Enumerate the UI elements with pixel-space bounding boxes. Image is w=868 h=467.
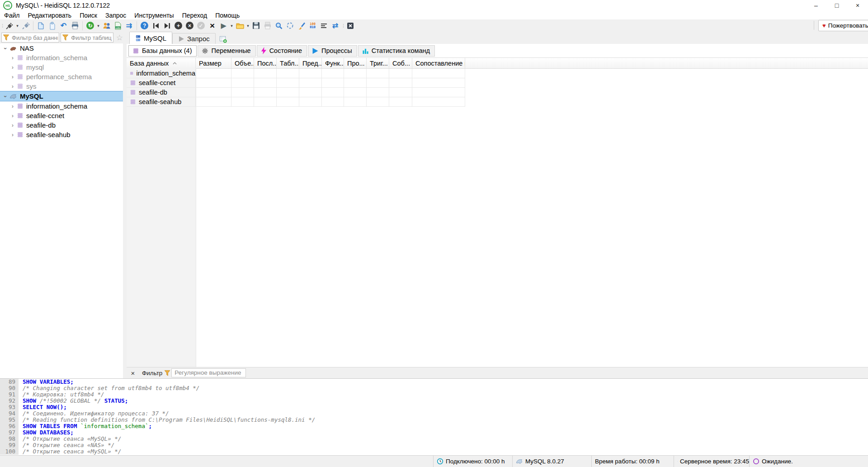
session-manager-dropdown[interactable]: ▾ [15,20,20,31]
column-header-events[interactable]: Соб... [389,58,412,68]
column-header-collation[interactable]: Сопоставление п... [412,58,465,68]
column-header-procedures[interactable]: Про... [344,58,367,68]
load-sql-file-button[interactable] [234,20,245,31]
column-header-functions[interactable]: Функ... [322,58,344,68]
column-header-last-update[interactable]: Посл... [254,58,277,68]
grid-row-seafile-ccnet[interactable]: seafile-ccnet [127,78,868,88]
chevron-right-icon[interactable]: › [9,103,16,110]
donate-label: Пожертвовать [828,22,868,29]
favorites-star-icon[interactable]: ☆ [116,33,123,43]
user-manager-button[interactable] [101,20,112,31]
menu-goto[interactable]: Переход [178,11,212,19]
chevron-right-icon[interactable]: › [9,73,16,80]
load-sql-file-dropdown[interactable]: ▾ [245,20,250,31]
cancel-editing-button[interactable]: × [207,20,218,31]
refresh-button[interactable]: ↻ [85,20,96,31]
subtab-status[interactable]: Состояние [257,45,307,57]
minimize-button[interactable]: – [806,0,826,11]
tree-db-mysql-seafile-db[interactable]: › seafile-db [0,120,123,130]
print-button[interactable] [69,20,80,31]
clock-icon [437,458,443,465]
menu-help[interactable]: Помощь [211,11,244,19]
new-tab-icon [219,35,227,43]
new-query-tab-button[interactable] [217,34,229,44]
chevron-right-icon[interactable]: › [9,112,16,119]
find-button[interactable] [273,20,284,31]
save-sql-button[interactable] [250,20,262,31]
close-tab-button[interactable] [344,20,356,31]
column-header-tables[interactable]: Табл... [277,58,299,68]
tree-db-nas-mysql[interactable]: › mysql [0,62,123,72]
delete-row-button[interactable]: × [184,20,195,31]
export-csv-button[interactable]: csv [112,20,123,31]
tree-db-nas-performance-schema[interactable]: › performance_schema [0,72,123,81]
tree-session-mysql-selected[interactable]: › MySQL [0,91,123,101]
help-button[interactable]: ? [139,20,150,31]
sql-log-panel[interactable]: 89SHOW VARIABLES; 90/* Changing characte… [0,378,868,456]
tree-db-nas-information-schema[interactable]: › information_schema [0,53,123,62]
chevron-right-icon[interactable]: › [9,131,16,138]
menu-query[interactable]: Запрос [101,11,130,19]
tree-session-nas[interactable]: › NAS [0,43,123,53]
server-sub-tabs: Базы данных (4) Переменные Состояние Про… [127,44,868,57]
column-header-database[interactable]: База данных [127,58,196,68]
maximize-button[interactable]: □ [826,0,847,11]
copy-button[interactable] [35,20,47,31]
menu-edit[interactable]: Редактировать [24,11,75,19]
paste-button[interactable] [47,20,58,31]
subtab-processes[interactable]: Процессы [308,45,357,57]
chevron-right-icon[interactable]: › [9,122,16,129]
binary-view-button[interactable]: 100010 [307,20,318,31]
grid-row-information-schema[interactable]: information_schema [127,69,868,78]
column-header-triggers[interactable]: Триг... [367,58,389,68]
print-preview-button[interactable] [262,20,273,31]
tree-db-mysql-seafile-seahub[interactable]: › seafile-seahub [0,130,123,139]
go-last-button[interactable] [161,20,173,31]
donate-button[interactable]: ♥ Пожертвовать [818,20,868,31]
panel-splitter[interactable] [123,32,127,378]
insert-row-button[interactable]: + [173,20,184,31]
linebreak-style-button[interactable] [318,20,330,31]
column-header-size[interactable]: Размер [196,58,231,68]
refresh-dropdown[interactable]: ▾ [96,20,101,31]
tree-db-mysql-information-schema[interactable]: › information_schema [0,101,123,111]
subtab-databases[interactable]: Базы данных (4) [128,45,197,57]
execute-sql-button[interactable]: ▶ [218,20,229,31]
column-header-items[interactable]: Объе... [231,58,254,68]
database-icon [17,103,24,110]
regex-toggle[interactable]: Регулярное выражение [171,368,245,377]
grid-row-seafile-seahub[interactable]: seafile-seahub [127,97,868,107]
data-transfer-button[interactable]: ⇉ [123,20,135,31]
session-manager-button[interactable] [4,20,15,31]
tab-query[interactable]: Запрос [172,33,216,44]
subtab-variables[interactable]: Переменные [198,45,255,57]
table-filter-input[interactable] [70,33,113,42]
chevron-down-icon[interactable]: › [2,93,9,100]
undo-button[interactable]: ↶ [58,20,69,31]
menu-file[interactable]: Файл [0,11,24,19]
database-icon [17,112,24,119]
go-first-button[interactable] [150,20,161,31]
execute-sql-dropdown[interactable]: ▾ [229,20,234,31]
clean-code-button[interactable] [296,20,307,31]
menu-search[interactable]: Поиск [75,11,101,19]
close-filter-icon[interactable]: × [127,369,138,377]
grid-row-seafile-db[interactable]: seafile-db [127,88,868,97]
cell-database-name: seafile-db [139,89,167,96]
reformat-sql-button[interactable] [284,20,296,31]
disconnect-button[interactable] [20,20,31,31]
tree-db-nas-sys[interactable]: › sys [0,81,123,91]
chevron-down-icon[interactable]: › [2,45,9,52]
chevron-right-icon[interactable]: › [9,64,16,71]
tree-db-mysql-seafile-ccnet[interactable]: › seafile-ccnet [0,111,123,120]
column-header-views[interactable]: Пред... [299,58,322,68]
reconnect-button[interactable]: ⇄ [330,20,341,31]
post-changes-button[interactable]: ✓ [195,20,207,31]
chevron-right-icon[interactable]: › [9,54,16,61]
database-filter-input[interactable] [11,33,59,42]
menu-tools[interactable]: Инструменты [130,11,178,19]
close-button[interactable]: × [847,0,868,11]
subtab-command-statistics[interactable]: Статистика команд [358,45,435,57]
chevron-right-icon[interactable]: › [9,83,16,90]
tab-host-mysql[interactable]: MySQL [129,32,172,44]
